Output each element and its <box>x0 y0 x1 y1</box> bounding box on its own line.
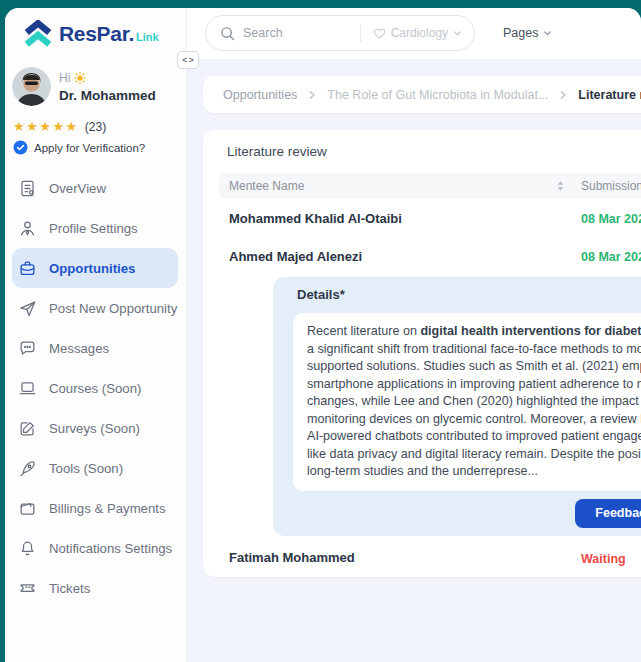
details-panel: Details* Recent literature on digital he… <box>273 277 641 536</box>
divider <box>360 24 361 42</box>
briefcase-icon <box>18 259 37 278</box>
literature-review-card: Literature review Mentee Name Submission… <box>203 130 641 577</box>
sidebar-item-label: OverView <box>49 181 106 196</box>
chevron-down-icon <box>453 29 462 38</box>
sidebar-item-opportunities[interactable]: Opportunities <box>12 248 178 288</box>
verified-badge-icon <box>13 140 28 155</box>
submission-date: 08 Mar 2025 <box>581 250 641 264</box>
pages-label: Pages <box>503 26 538 40</box>
search-bar[interactable]: Cardiology <box>205 15 475 51</box>
sidebar-item-label: Profile Settings <box>49 221 138 236</box>
heart-icon <box>373 27 386 40</box>
main-content: Opportunities The Role of Gut Microbiota… <box>187 59 641 662</box>
sort-icon[interactable] <box>556 180 565 192</box>
avatar <box>12 67 51 106</box>
breadcrumb-opportunity-title[interactable]: The Role of Gut Microbiota in Modulat... <box>327 88 548 102</box>
table-header: Mentee Name Submission Time <box>219 173 641 199</box>
search-icon <box>220 26 235 41</box>
user-profile: Hi Dr. Mohammed <box>12 67 156 106</box>
survey-icon <box>18 419 37 438</box>
card-title: Literature review <box>227 144 641 160</box>
laptop-icon <box>18 379 37 398</box>
column-submission-time[interactable]: Submission Time <box>581 179 641 193</box>
feedback-button[interactable]: Feedback <box>575 499 641 528</box>
sidebar-item-label: Tools (Soon) <box>49 461 123 476</box>
sidebar-item-billings-payments[interactable]: Billings & Payments <box>12 488 178 528</box>
brand-suffix: Link <box>136 31 159 43</box>
details-text: Recent literature on digital health inte… <box>293 313 641 491</box>
mentee-name: Mohammed Khalid Al-Otaibi <box>229 211 402 226</box>
app-window: ResPar. Link H <box>5 8 641 662</box>
table-row[interactable]: Mohammed Khalid Al-Otaibi 08 Mar 2025 <box>219 199 641 237</box>
sidebar-item-label: Opportunities <box>49 261 135 276</box>
sidebar-item-label: Messages <box>49 341 109 356</box>
rocket-icon <box>18 459 37 478</box>
apply-verification-link[interactable]: Apply for Verification? <box>13 140 145 155</box>
sidebar-item-label: Billings & Payments <box>49 501 166 516</box>
search-input[interactable] <box>243 26 352 40</box>
sidebar-item-messages[interactable]: Messages <box>12 328 178 368</box>
sidebar-item-label: Notifications Settings <box>49 541 172 556</box>
profile-icon <box>18 219 37 238</box>
breadcrumb-current: Literature review <box>578 88 641 102</box>
table-row[interactable]: Fatimah Mohammed Waiting <box>219 538 641 578</box>
logo-chevrons-icon <box>23 20 53 48</box>
ticket-icon <box>18 579 37 598</box>
star-rating-icons: ★★★★★ <box>13 119 79 134</box>
wallet-icon <box>18 499 37 518</box>
breadcrumb: Opportunities The Role of Gut Microbiota… <box>203 76 641 113</box>
pages-menu[interactable]: Pages <box>503 26 552 40</box>
sidebar-item-profile-settings[interactable]: Profile Settings <box>12 208 178 248</box>
column-mentee-name[interactable]: Mentee Name <box>219 179 581 193</box>
bell-icon <box>18 539 37 558</box>
sidebar-collapse-button[interactable]: <> <box>177 51 199 69</box>
sidebar-item-courses[interactable]: Courses (Soon) <box>12 368 178 408</box>
sidebar-item-surveys[interactable]: Surveys (Soon) <box>12 408 178 448</box>
sidebar-item-label: Courses (Soon) <box>49 381 141 396</box>
chevron-down-icon <box>543 29 552 38</box>
brand-name: ResPar. <box>59 22 134 46</box>
sidebar-menu: OverView Profile Settings Opportunities <box>5 168 186 608</box>
specialty-dropdown[interactable]: Cardiology <box>360 24 462 42</box>
submission-date: 08 Mar 2025 <box>581 212 641 226</box>
details-title: Details* <box>297 287 641 301</box>
sidebar-item-label: Post New Opportunity <box>49 301 177 316</box>
sidebar-item-overview[interactable]: OverView <box>12 168 178 208</box>
send-icon <box>18 299 37 318</box>
chevron-right-icon <box>558 90 568 100</box>
mentee-name: Fatimah Mohammed <box>229 550 355 565</box>
rating: ★★★★★ (23) <box>13 119 106 134</box>
messages-icon <box>18 339 37 358</box>
sidebar-item-label: Surveys (Soon) <box>49 421 140 436</box>
verification-label: Apply for Verification? <box>34 142 145 154</box>
sun-icon <box>74 72 86 84</box>
sidebar-item-label: Tickets <box>49 581 90 596</box>
sidebar-item-tools[interactable]: Tools (Soon) <box>12 448 178 488</box>
rating-count: (23) <box>85 120 106 134</box>
specialty-label: Cardiology <box>391 26 448 40</box>
sidebar: ResPar. Link H <box>5 8 187 662</box>
breadcrumb-opportunities[interactable]: Opportunities <box>223 88 297 102</box>
waiting-status: Waiting <box>581 552 626 566</box>
greeting: Hi <box>59 71 156 85</box>
overview-icon <box>18 179 37 198</box>
topbar: Cardiology Pages <box>187 8 641 59</box>
mentee-name: Ahmed Majed Alenezi <box>229 249 362 264</box>
chevron-right-icon <box>307 90 317 100</box>
table-row[interactable]: Ahmed Majed Alenezi 08 Mar 2025 <box>219 237 641 275</box>
user-name: Dr. Mohammed <box>59 88 156 103</box>
logo: ResPar. Link <box>23 20 159 48</box>
sidebar-item-notifications-settings[interactable]: Notifications Settings <box>12 528 178 568</box>
sidebar-item-tickets[interactable]: Tickets <box>12 568 178 608</box>
sidebar-item-post-new-opportunity[interactable]: Post New Opportunity <box>12 288 178 328</box>
